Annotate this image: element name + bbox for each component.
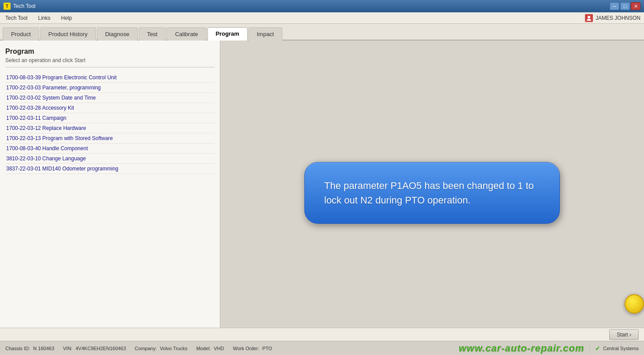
tab-impact[interactable]: Impact bbox=[248, 27, 282, 41]
vin-value: 4V4KC9EH2EN160463 bbox=[76, 346, 126, 351]
nav-tabs: Product Product History Diagnose Test Ca… bbox=[0, 24, 644, 41]
menu-item-techtool[interactable]: Tech Tool bbox=[4, 14, 29, 22]
notification-text: The parameter P1AO5 has been changed to … bbox=[324, 178, 540, 207]
list-item[interactable]: 3837-22-03-01 MID140 Odometer programmin… bbox=[5, 164, 215, 174]
tab-calibrate[interactable]: Calibrate bbox=[167, 27, 206, 41]
menu-bar: Tech Tool Links Help JAMES JOHNSON bbox=[0, 12, 644, 24]
watermark-text: www.car-auto-repair.com bbox=[459, 343, 584, 354]
central-systems-area: ✔ Central Systems bbox=[595, 345, 639, 352]
check-icon: ✔ bbox=[595, 345, 600, 352]
tab-product-history[interactable]: Product History bbox=[40, 27, 96, 41]
list-item[interactable]: 1700-08-03-40 Handle Component bbox=[5, 144, 215, 154]
user-area: JAMES JOHNSON bbox=[585, 14, 640, 22]
close-button[interactable]: ✕ bbox=[631, 2, 640, 10]
user-name: JAMES JOHNSON bbox=[596, 15, 640, 21]
status-left: Chassis ID: N 160463 VIN: 4V4KC9EH2EN160… bbox=[5, 346, 272, 351]
status-bar: Chassis ID: N 160463 VIN: 4V4KC9EH2EN160… bbox=[0, 341, 644, 355]
work-order-value: PTO bbox=[263, 346, 272, 351]
company-label: Company: bbox=[135, 346, 157, 351]
model-info: Model: VHD bbox=[196, 346, 224, 351]
main-content: Program Select an operation and click St… bbox=[0, 41, 644, 328]
list-item[interactable]: 3810-22-03-10 Change Language bbox=[5, 154, 215, 164]
company-value: Volvo Trucks bbox=[160, 346, 187, 351]
chassis-id-info: Chassis ID: N 160463 bbox=[5, 346, 54, 351]
chassis-id-label: Chassis ID: bbox=[5, 346, 30, 351]
left-panel: Program Select an operation and click St… bbox=[0, 41, 220, 328]
tab-product[interactable]: Product bbox=[3, 27, 39, 41]
list-item[interactable]: 1700-22-03-11 Campaign bbox=[5, 113, 215, 123]
tab-diagnose[interactable]: Diagnose bbox=[97, 27, 138, 41]
list-item[interactable]: 1700-22-03-13 Program with Stored Softwa… bbox=[5, 133, 215, 144]
menu-item-links[interactable]: Links bbox=[36, 14, 52, 22]
user-icon bbox=[585, 14, 593, 22]
notification-bubble: The parameter P1AO5 has been changed to … bbox=[304, 162, 560, 224]
svg-point-0 bbox=[588, 16, 590, 18]
list-item[interactable]: 1700-22-03-28 Accessory Kit bbox=[5, 103, 215, 113]
list-item[interactable]: 1700-08-03-39 Program Electronic Control… bbox=[5, 73, 215, 83]
bottom-bar: Start › bbox=[0, 328, 644, 341]
list-item[interactable]: 1700-22-03-12 Replace Hardware bbox=[5, 123, 215, 133]
title-bar-controls: ─ □ ✕ bbox=[610, 2, 640, 10]
work-order-label: Work Order: bbox=[233, 346, 259, 351]
menu-item-help[interactable]: Help bbox=[59, 14, 74, 22]
chassis-id-value: N 160463 bbox=[33, 346, 54, 351]
panel-title: Program bbox=[5, 48, 215, 55]
title-bar-title: Tech Tool bbox=[13, 3, 35, 9]
status-divider bbox=[589, 344, 590, 352]
company-info: Company: Volvo Trucks bbox=[135, 346, 188, 351]
restore-button[interactable]: □ bbox=[620, 2, 630, 10]
model-label: Model: bbox=[196, 346, 211, 351]
status-right: www.car-auto-repair.com ✔ Central System… bbox=[459, 343, 639, 354]
yellow-circle-indicator bbox=[625, 294, 644, 314]
title-bar: T Tech Tool ─ □ ✕ bbox=[0, 0, 644, 12]
app-icon: T bbox=[4, 3, 11, 10]
vin-info: VIN: 4V4KC9EH2EN160463 bbox=[63, 346, 126, 351]
list-item[interactable]: 1700-22-03-03 Parameter, programming bbox=[5, 83, 215, 93]
right-panel: The parameter P1AO5 has been changed to … bbox=[220, 41, 644, 328]
title-bar-left: T Tech Tool bbox=[4, 3, 35, 10]
vin-label: VIN: bbox=[63, 346, 72, 351]
tab-program[interactable]: Program bbox=[207, 27, 248, 41]
menu-bar-items: Tech Tool Links Help bbox=[4, 14, 74, 22]
list-item[interactable]: 1700-22-03-02 System Date and Time bbox=[5, 93, 215, 103]
model-value: VHD bbox=[214, 346, 224, 351]
work-order-info: Work Order: PTO bbox=[233, 346, 272, 351]
minimize-button[interactable]: ─ bbox=[610, 2, 619, 10]
panel-subtitle: Select an operation and click Start bbox=[5, 57, 215, 67]
user-avatar-icon bbox=[586, 15, 592, 21]
tab-test[interactable]: Test bbox=[139, 27, 166, 41]
central-systems-label: Central Systems bbox=[603, 346, 639, 351]
start-button[interactable]: Start › bbox=[609, 329, 639, 340]
